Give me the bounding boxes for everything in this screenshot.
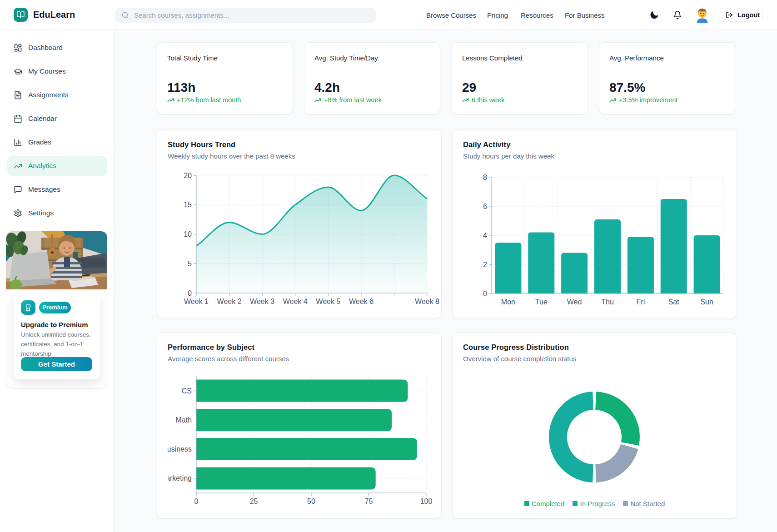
svg-text:75: 75 bbox=[365, 497, 373, 505]
svg-text:10: 10 bbox=[184, 230, 192, 238]
svg-text:Week 4: Week 4 bbox=[283, 298, 308, 305]
svg-text:Tue: Tue bbox=[535, 298, 548, 306]
svg-text:0: 0 bbox=[188, 289, 192, 297]
svg-text:50: 50 bbox=[307, 497, 315, 505]
svg-text:5: 5 bbox=[188, 260, 192, 268]
svg-text:4: 4 bbox=[483, 232, 487, 239]
svg-text:Sat: Sat bbox=[668, 298, 680, 306]
svg-text:20: 20 bbox=[184, 172, 192, 179]
svg-text:15: 15 bbox=[184, 201, 192, 209]
svg-text:100: 100 bbox=[420, 497, 433, 505]
svg-text:CS: CS bbox=[182, 387, 192, 395]
svg-text:Week 5: Week 5 bbox=[316, 298, 340, 305]
svg-text:Mon: Mon bbox=[501, 298, 515, 306]
svg-text:Wed: Wed bbox=[567, 298, 582, 306]
svg-text:Business: Business bbox=[162, 445, 192, 453]
svg-text:Fri: Fri bbox=[637, 298, 645, 306]
svg-text:Week 1: Week 1 bbox=[184, 298, 209, 305]
svg-text:Math: Math bbox=[175, 416, 192, 424]
svg-text:Week 2: Week 2 bbox=[217, 298, 242, 305]
svg-text:25: 25 bbox=[250, 497, 258, 505]
svg-text:Week 6: Week 6 bbox=[349, 298, 374, 305]
svg-text:Sun: Sun bbox=[700, 298, 713, 306]
svg-text:Marketing: Marketing bbox=[160, 474, 192, 482]
svg-text:Week 3: Week 3 bbox=[250, 298, 274, 305]
svg-text:0: 0 bbox=[194, 497, 199, 505]
svg-text:0: 0 bbox=[483, 290, 487, 298]
svg-text:Thu: Thu bbox=[601, 298, 614, 306]
svg-text:2: 2 bbox=[483, 261, 487, 268]
svg-text:6: 6 bbox=[483, 203, 487, 210]
svg-text:8: 8 bbox=[483, 174, 487, 181]
svg-text:Week 8: Week 8 bbox=[415, 298, 439, 305]
